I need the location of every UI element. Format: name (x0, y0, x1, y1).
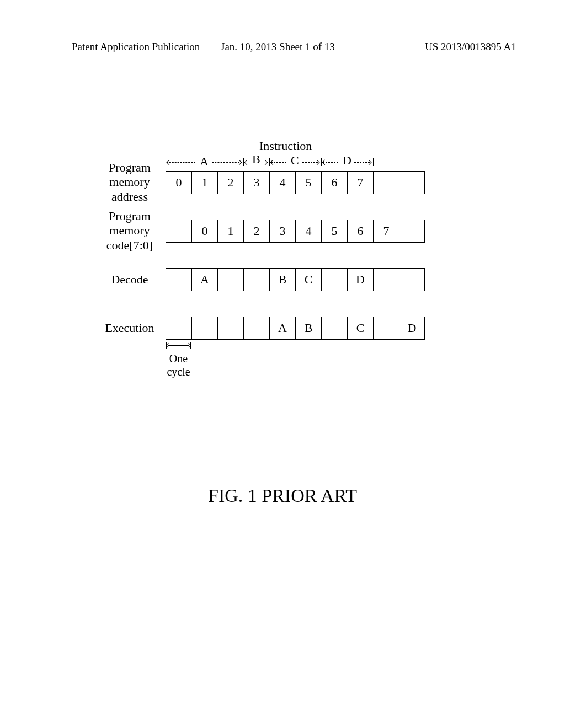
cell: 1 (191, 171, 217, 194)
cell (373, 171, 399, 194)
row-program-memory-code: Program memory code[7:0] 0 1 2 3 4 5 6 7 (94, 220, 491, 243)
header-center: Jan. 10, 2013 Sheet 1 of 13 (221, 41, 335, 53)
cell (166, 317, 191, 340)
span-letter-a: A (200, 154, 209, 169)
cell (321, 268, 347, 291)
cells: 0 1 2 3 4 5 6 7 (166, 220, 425, 243)
cell (243, 268, 269, 291)
cell: C (347, 317, 373, 340)
span-line (323, 162, 338, 163)
row-program-memory-address: Program memory address 0 1 2 3 4 5 6 7 (94, 171, 491, 194)
cell: D (399, 317, 425, 340)
cell: 2 (243, 220, 269, 243)
cell: A (269, 317, 295, 340)
cell: 3 (243, 171, 269, 194)
row-label: Program memory address (94, 160, 166, 204)
header-right: US 2013/0013895 A1 (425, 41, 516, 53)
double-arrow-icon (166, 342, 191, 350)
cell (166, 268, 191, 291)
page: Patent Application Publication Jan. 10, … (0, 0, 565, 728)
row-execution: Execution A B C D (94, 317, 491, 340)
span-letter-b: B (252, 152, 260, 167)
span-line (167, 162, 195, 163)
cell (191, 317, 217, 340)
arrowhead-right-icon (237, 160, 242, 165)
header-left: Patent Application Publication (72, 41, 200, 53)
cell: B (269, 268, 295, 291)
cell: 0 (166, 171, 191, 194)
one-cycle-label: One cycle (166, 352, 191, 378)
row-decode: Decode A B C D (94, 268, 491, 291)
cell: 2 (217, 171, 243, 194)
cell (373, 268, 399, 291)
cell (399, 171, 425, 194)
figure-caption: FIG. 1 PRIOR ART (0, 485, 565, 506)
arrowhead-right-icon (366, 160, 372, 165)
span-letter-d: D (343, 153, 351, 168)
cell (321, 317, 347, 340)
instruction-label: Instruction (259, 139, 312, 153)
cell: B (295, 317, 321, 340)
row-label: Decode (94, 272, 166, 287)
arrowhead-right-icon (263, 160, 268, 165)
cell: 7 (373, 220, 399, 243)
cell (166, 220, 191, 243)
span-tick (373, 158, 374, 166)
cell: 1 (217, 220, 243, 243)
cells: A B C D (166, 268, 425, 291)
cell (217, 317, 243, 340)
span-line (271, 162, 286, 163)
span-letter-c: C (291, 153, 299, 168)
cell: 5 (295, 171, 321, 194)
span-line (212, 162, 239, 163)
cell: A (191, 268, 217, 291)
cell (217, 268, 243, 291)
one-cycle-indicator: One cycle (166, 342, 191, 378)
cell: 3 (269, 220, 295, 243)
cell (399, 268, 425, 291)
cell: 4 (269, 171, 295, 194)
cell (243, 317, 269, 340)
row-label: Execution (94, 321, 166, 335)
arrowhead-right-icon (315, 160, 320, 165)
row-label: Program memory code[7:0] (94, 209, 166, 253)
instruction-spans: A B C D (166, 156, 425, 171)
cells: 0 1 2 3 4 5 6 7 (166, 171, 425, 194)
cell: 7 (347, 171, 373, 194)
cell: 5 (321, 220, 347, 243)
cell: 6 (347, 220, 373, 243)
cell (373, 317, 399, 340)
cell (399, 220, 425, 243)
cell: 4 (295, 220, 321, 243)
timing-diagram: Instruction A B C (94, 171, 491, 365)
cell: 6 (321, 171, 347, 194)
cell: D (347, 268, 373, 291)
cell: 0 (191, 220, 217, 243)
cell: C (295, 268, 321, 291)
arrowhead-left-icon (244, 160, 250, 165)
cells: A B C D (166, 317, 425, 340)
